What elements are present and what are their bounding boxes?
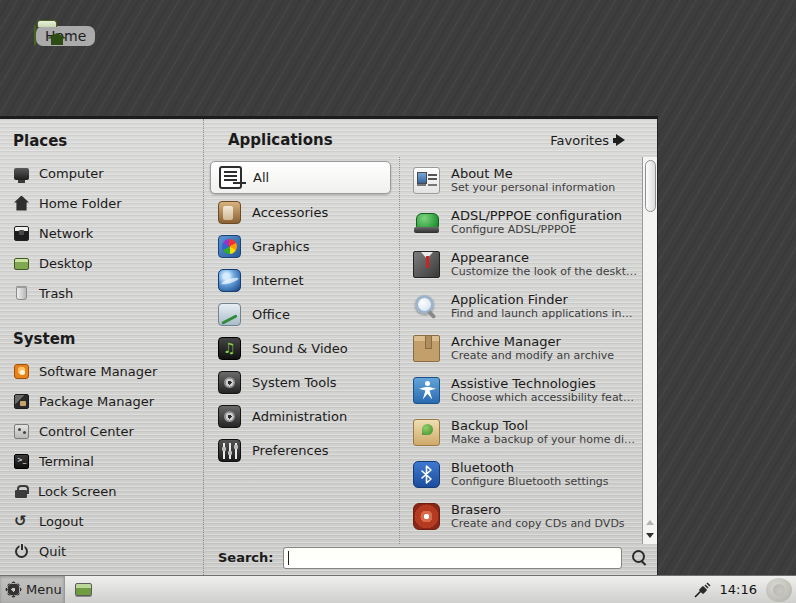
app-name: Assistive Technologies (451, 376, 638, 391)
places-item-trash[interactable]: Trash (11, 278, 203, 308)
arrow-right-icon (616, 134, 631, 146)
app-list-scrollbar[interactable] (642, 157, 657, 544)
places-item-computer[interactable]: Computer (11, 158, 203, 188)
system-item-logout[interactable]: Logout (11, 506, 203, 536)
scrollbar-thumb[interactable] (645, 160, 656, 212)
system-item-label: Package Manager (39, 394, 154, 409)
app-item-bluetooth[interactable]: Bluetooth Configure Bluetooth settings (413, 453, 638, 495)
desktop-icon-home[interactable]: Home (34, 26, 92, 46)
system-tools-icon (218, 371, 241, 394)
app-item-about-me[interactable]: About Me Set your personal information (413, 159, 638, 201)
category-office[interactable]: Office (210, 297, 391, 331)
app-item-appearance[interactable]: Appearance Customize the look of the des… (413, 243, 638, 285)
places-item-label: Trash (39, 286, 73, 301)
system-item-package-manager[interactable]: Package Manager (11, 386, 203, 416)
office-chart-icon (218, 303, 241, 326)
app-name: ADSL/PPPOE configuration (451, 208, 622, 223)
app-description: Find and launch applications installed..… (451, 307, 638, 320)
places-item-label: Computer (39, 166, 104, 181)
app-name: Archive Manager (451, 334, 614, 349)
app-name: Application Finder (451, 292, 638, 307)
package-manager-icon (14, 394, 29, 409)
system-item-lock-screen[interactable]: Lock Screen (11, 476, 203, 506)
category-accessories[interactable]: Accessories (210, 195, 391, 229)
system-item-label: Quit (39, 544, 66, 559)
taskbar: Menu 14:16 (0, 575, 796, 603)
app-description: Create and modify an archive (451, 349, 614, 362)
app-description: Choose which accessibility features t... (451, 391, 638, 404)
taskbar-clock[interactable]: 14:16 (720, 582, 757, 597)
category-graphics[interactable]: Graphics (210, 229, 391, 263)
system-item-label: Control Center (39, 424, 134, 439)
app-item-archive-manager[interactable]: Archive Manager Create and modify an arc… (413, 327, 638, 369)
system-header: System (13, 330, 203, 348)
app-item-assistive-technologies[interactable]: Assistive Technologies Choose which acce… (413, 369, 638, 411)
places-header: Places (13, 132, 203, 150)
places-item-label: Home Folder (39, 196, 122, 211)
app-item-bulk-rename[interactable]: Bulk Rename (413, 537, 638, 544)
category-internet[interactable]: Internet (210, 263, 391, 297)
system-item-control-center[interactable]: Control Center (11, 416, 203, 446)
category-label: System Tools (252, 375, 337, 390)
favorites-label: Favorites (550, 133, 609, 148)
places-item-network[interactable]: Network (11, 218, 203, 248)
menu-content-row: All Accessories Graphics Internet (204, 157, 657, 544)
applications-header: Applications (228, 131, 333, 149)
category-all[interactable]: All (210, 161, 391, 194)
preferences-sliders-icon (218, 439, 241, 462)
app-item-backup-tool[interactable]: Backup Tool Make a backup of your home d… (413, 411, 638, 453)
category-label: Administration (252, 409, 347, 424)
app-item-application-finder[interactable]: Application Finder Find and launch appli… (413, 285, 638, 327)
app-description: Create and copy CDs and DVDs (451, 517, 625, 530)
lock-icon (15, 484, 27, 499)
triangle-up-icon (646, 516, 654, 525)
search-icon[interactable] (631, 549, 648, 566)
favorites-button[interactable]: Favorites (550, 133, 631, 148)
category-preferences[interactable]: Preferences (210, 433, 391, 467)
places-item-home-folder[interactable]: Home Folder (11, 188, 203, 218)
network-plug-icon[interactable] (693, 581, 711, 599)
places-item-label: Network (39, 226, 93, 241)
scroll-up-button[interactable] (643, 514, 657, 529)
suit-tie-icon (413, 251, 440, 278)
system-item-label: Logout (39, 514, 84, 529)
logout-icon (14, 514, 29, 529)
scroll-down-button[interactable] (643, 529, 657, 544)
network-icon (14, 226, 29, 241)
category-administration[interactable]: Administration (210, 399, 391, 433)
backup-icon (413, 419, 440, 446)
places-item-desktop[interactable]: Desktop (11, 248, 203, 278)
trash-icon (16, 287, 27, 300)
system-item-software-manager[interactable]: Software Manager (11, 356, 203, 386)
show-desktop-button[interactable] (65, 576, 101, 603)
search-input[interactable] (283, 547, 622, 569)
category-label: Preferences (252, 443, 328, 458)
text-caret (288, 551, 289, 565)
category-sound-video[interactable]: Sound & Video (210, 331, 391, 365)
app-item-adsl-pppoe[interactable]: ADSL/PPPOE configuration Configure ADSL/… (413, 201, 638, 243)
category-label: Sound & Video (252, 341, 348, 356)
app-name: Brasero (451, 502, 625, 517)
system-item-terminal[interactable]: Terminal (11, 446, 203, 476)
scrollbar-track[interactable] (643, 212, 657, 514)
category-system-tools[interactable]: System Tools (210, 365, 391, 399)
desktop[interactable]: Home Places Computer Home Folder Network… (0, 0, 796, 603)
menu-button[interactable]: Menu (0, 576, 65, 603)
system-item-label: Software Manager (39, 364, 157, 379)
app-item-brasero[interactable]: Brasero Create and copy CDs and DVDs (413, 495, 638, 537)
home-folder-icon (34, 25, 36, 46)
applications-header-row: Applications Favorites (204, 119, 657, 157)
app-name: Bluetooth (451, 460, 609, 475)
disc-icon (413, 503, 440, 530)
system-item-quit[interactable]: Quit (11, 536, 203, 566)
phone-icon (413, 209, 440, 236)
magnifier-icon (413, 293, 440, 320)
accessibility-icon (413, 377, 440, 404)
gear-icon (7, 583, 20, 596)
graphics-icon (218, 235, 241, 258)
triangle-down-icon (646, 533, 654, 542)
app-description: Configure Bluetooth settings (451, 475, 609, 488)
menu-left-column: Places Computer Home Folder Network Desk… (0, 119, 204, 575)
menu-button-label: Menu (26, 582, 62, 597)
system-item-label: Lock Screen (38, 484, 116, 499)
